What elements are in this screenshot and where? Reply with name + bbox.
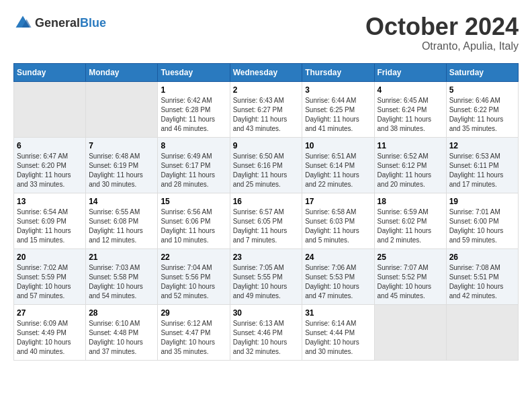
day-info: Sunrise: 6:13 AMSunset: 4:46 PMDaylight:… bbox=[233, 319, 300, 357]
day-info: Sunrise: 6:53 AMSunset: 6:11 PMDaylight:… bbox=[449, 152, 515, 189]
calendar-cell: 17Sunrise: 6:58 AMSunset: 6:03 PMDayligh… bbox=[302, 193, 374, 248]
calendar-cell bbox=[86, 81, 158, 137]
day-info: Sunrise: 7:01 AMSunset: 6:00 PMDaylight:… bbox=[449, 208, 515, 245]
day-number: 17 bbox=[305, 197, 371, 206]
calendar-cell: 5Sunrise: 6:46 AMSunset: 6:22 PMDaylight… bbox=[446, 81, 518, 137]
day-number: 22 bbox=[161, 253, 226, 262]
day-number: 14 bbox=[89, 197, 154, 206]
day-header-thursday: Thursday bbox=[302, 63, 374, 81]
day-info: Sunrise: 6:57 AMSunset: 6:05 PMDaylight:… bbox=[233, 208, 300, 245]
calendar-cell: 20Sunrise: 7:02 AMSunset: 5:59 PMDayligh… bbox=[14, 248, 86, 304]
logo-blue: Blue bbox=[80, 16, 106, 30]
calendar-cell: 31Sunrise: 6:14 AMSunset: 4:44 PMDayligh… bbox=[302, 304, 374, 360]
day-number: 28 bbox=[89, 308, 154, 318]
day-header-sunday: Sunday bbox=[14, 63, 86, 81]
day-header-saturday: Saturday bbox=[446, 63, 518, 81]
day-number: 29 bbox=[161, 308, 226, 318]
day-number: 25 bbox=[378, 253, 443, 262]
day-info: Sunrise: 6:47 AMSunset: 6:20 PMDaylight:… bbox=[17, 152, 83, 189]
logo-general: General bbox=[35, 16, 80, 30]
calendar-cell: 3Sunrise: 6:44 AMSunset: 6:25 PMDaylight… bbox=[302, 81, 374, 137]
day-number: 23 bbox=[233, 253, 300, 262]
day-info: Sunrise: 6:44 AMSunset: 6:25 PMDaylight:… bbox=[305, 96, 371, 134]
day-header-friday: Friday bbox=[374, 63, 446, 81]
day-info: Sunrise: 6:50 AMSunset: 6:16 PMDaylight:… bbox=[233, 152, 300, 189]
day-info: Sunrise: 6:56 AMSunset: 6:06 PMDaylight:… bbox=[161, 208, 226, 245]
day-number: 13 bbox=[17, 197, 83, 206]
day-info: Sunrise: 7:03 AMSunset: 5:58 PMDaylight:… bbox=[89, 263, 154, 301]
calendar-cell: 30Sunrise: 6:13 AMSunset: 4:46 PMDayligh… bbox=[230, 304, 302, 360]
location-title: Otranto, Apulia, Italy bbox=[365, 40, 519, 52]
day-info: Sunrise: 7:04 AMSunset: 5:56 PMDaylight:… bbox=[161, 263, 226, 301]
day-info: Sunrise: 6:45 AMSunset: 6:24 PMDaylight:… bbox=[378, 96, 443, 134]
calendar-cell: 22Sunrise: 7:04 AMSunset: 5:56 PMDayligh… bbox=[158, 248, 230, 304]
calendar-cell: 21Sunrise: 7:03 AMSunset: 5:58 PMDayligh… bbox=[86, 248, 158, 304]
calendar-cell: 24Sunrise: 7:06 AMSunset: 5:53 PMDayligh… bbox=[302, 248, 374, 304]
calendar-cell bbox=[14, 81, 86, 137]
day-number: 9 bbox=[233, 141, 300, 150]
day-number: 15 bbox=[161, 197, 226, 206]
calendar-cell bbox=[446, 304, 518, 360]
day-number: 16 bbox=[233, 197, 300, 206]
day-info: Sunrise: 6:43 AMSunset: 6:27 PMDaylight:… bbox=[233, 96, 300, 134]
calendar-week-row: 27Sunrise: 6:09 AMSunset: 4:49 PMDayligh… bbox=[14, 304, 519, 360]
day-header-wednesday: Wednesday bbox=[230, 63, 302, 81]
calendar-cell: 16Sunrise: 6:57 AMSunset: 6:05 PMDayligh… bbox=[230, 193, 302, 248]
calendar-cell: 27Sunrise: 6:09 AMSunset: 4:49 PMDayligh… bbox=[14, 304, 86, 360]
calendar-week-row: 1Sunrise: 6:42 AMSunset: 6:28 PMDaylight… bbox=[14, 81, 519, 137]
calendar-week-row: 20Sunrise: 7:02 AMSunset: 5:59 PMDayligh… bbox=[14, 248, 519, 304]
calendar-cell: 28Sunrise: 6:10 AMSunset: 4:48 PMDayligh… bbox=[86, 304, 158, 360]
calendar-cell: 26Sunrise: 7:08 AMSunset: 5:51 PMDayligh… bbox=[446, 248, 518, 304]
day-number: 24 bbox=[305, 253, 371, 262]
day-info: Sunrise: 6:46 AMSunset: 6:22 PMDaylight:… bbox=[449, 96, 515, 134]
day-number: 11 bbox=[378, 141, 443, 150]
day-number: 27 bbox=[17, 308, 83, 318]
day-info: Sunrise: 7:02 AMSunset: 5:59 PMDaylight:… bbox=[17, 263, 83, 301]
day-info: Sunrise: 6:58 AMSunset: 6:03 PMDaylight:… bbox=[305, 208, 371, 245]
calendar-header-row: SundayMondayTuesdayWednesdayThursdayFrid… bbox=[14, 63, 519, 81]
calendar-week-row: 13Sunrise: 6:54 AMSunset: 6:09 PMDayligh… bbox=[14, 193, 519, 248]
day-header-tuesday: Tuesday bbox=[158, 63, 230, 81]
day-number: 10 bbox=[305, 141, 371, 150]
day-number: 6 bbox=[17, 141, 83, 150]
day-info: Sunrise: 6:42 AMSunset: 6:28 PMDaylight:… bbox=[161, 96, 226, 134]
day-info: Sunrise: 6:10 AMSunset: 4:48 PMDaylight:… bbox=[89, 319, 154, 357]
day-header-monday: Monday bbox=[86, 63, 158, 81]
calendar-week-row: 6Sunrise: 6:47 AMSunset: 6:20 PMDaylight… bbox=[14, 137, 519, 193]
day-number: 18 bbox=[378, 197, 443, 206]
day-info: Sunrise: 7:06 AMSunset: 5:53 PMDaylight:… bbox=[305, 263, 371, 301]
day-number: 1 bbox=[161, 85, 226, 95]
logo: GeneralBlue bbox=[13, 13, 106, 32]
day-info: Sunrise: 6:48 AMSunset: 6:19 PMDaylight:… bbox=[89, 152, 154, 189]
logo-icon bbox=[13, 13, 32, 32]
calendar-cell: 10Sunrise: 6:51 AMSunset: 6:14 PMDayligh… bbox=[302, 137, 374, 193]
day-info: Sunrise: 6:51 AMSunset: 6:14 PMDaylight:… bbox=[305, 152, 371, 189]
day-number: 19 bbox=[449, 197, 515, 206]
day-info: Sunrise: 7:05 AMSunset: 5:55 PMDaylight:… bbox=[233, 263, 300, 301]
day-info: Sunrise: 6:52 AMSunset: 6:12 PMDaylight:… bbox=[378, 152, 443, 189]
day-number: 2 bbox=[233, 85, 300, 95]
day-number: 3 bbox=[305, 85, 371, 95]
day-info: Sunrise: 6:49 AMSunset: 6:17 PMDaylight:… bbox=[161, 152, 226, 189]
calendar-cell: 11Sunrise: 6:52 AMSunset: 6:12 PMDayligh… bbox=[374, 137, 446, 193]
day-number: 4 bbox=[378, 85, 443, 95]
day-number: 21 bbox=[89, 253, 154, 262]
day-info: Sunrise: 6:09 AMSunset: 4:49 PMDaylight:… bbox=[17, 319, 83, 357]
calendar-cell bbox=[374, 304, 446, 360]
calendar-cell: 25Sunrise: 7:07 AMSunset: 5:52 PMDayligh… bbox=[374, 248, 446, 304]
day-number: 8 bbox=[161, 141, 226, 150]
day-info: Sunrise: 6:55 AMSunset: 6:08 PMDaylight:… bbox=[89, 208, 154, 245]
calendar-cell: 1Sunrise: 6:42 AMSunset: 6:28 PMDaylight… bbox=[158, 81, 230, 137]
day-number: 20 bbox=[17, 253, 83, 262]
calendar-cell: 29Sunrise: 6:12 AMSunset: 4:47 PMDayligh… bbox=[158, 304, 230, 360]
day-info: Sunrise: 7:07 AMSunset: 5:52 PMDaylight:… bbox=[378, 263, 443, 301]
calendar-cell: 2Sunrise: 6:43 AMSunset: 6:27 PMDaylight… bbox=[230, 81, 302, 137]
calendar-cell: 4Sunrise: 6:45 AMSunset: 6:24 PMDaylight… bbox=[374, 81, 446, 137]
day-number: 31 bbox=[305, 308, 371, 318]
day-number: 12 bbox=[449, 141, 515, 150]
day-info: Sunrise: 6:54 AMSunset: 6:09 PMDaylight:… bbox=[17, 208, 83, 245]
calendar-cell: 8Sunrise: 6:49 AMSunset: 6:17 PMDaylight… bbox=[158, 137, 230, 193]
month-title: October 2024 bbox=[365, 13, 519, 40]
calendar-table: SundayMondayTuesdayWednesdayThursdayFrid… bbox=[13, 63, 519, 361]
day-number: 7 bbox=[89, 141, 154, 150]
